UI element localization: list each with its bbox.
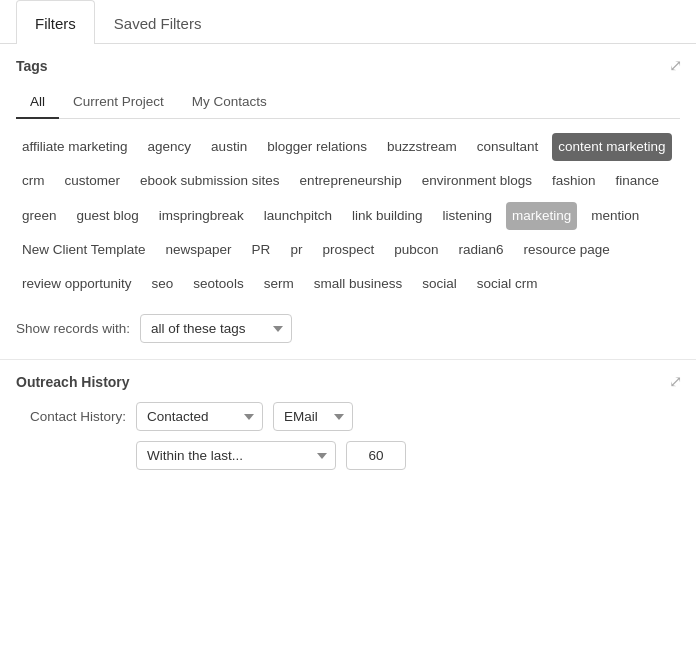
tag-seo[interactable]: seo bbox=[146, 270, 180, 298]
tag-fashion[interactable]: fashion bbox=[546, 167, 602, 195]
tag-listening[interactable]: listening bbox=[437, 202, 499, 230]
within-last-row: Within the last...More thanExactly bbox=[16, 441, 680, 470]
tab-saved-filters[interactable]: Saved Filters bbox=[95, 0, 221, 44]
tag-marketing[interactable]: marketing bbox=[506, 202, 577, 230]
tag-environment-blogs[interactable]: environment blogs bbox=[416, 167, 538, 195]
show-records-select[interactable]: all of these tagsany of these tagsnone o… bbox=[140, 314, 292, 343]
tag-review-opportunity[interactable]: review opportunity bbox=[16, 270, 138, 298]
tag-social[interactable]: social bbox=[416, 270, 463, 298]
top-tab-bar: Filters Saved Filters bbox=[0, 0, 696, 44]
tags-collapse-icon[interactable]: ⤢ bbox=[669, 58, 682, 74]
tag-buzzstream[interactable]: buzzstream bbox=[381, 133, 463, 161]
tags-section: Tags ⤢ All Current Project My Contacts a… bbox=[0, 44, 696, 360]
tag-small-business[interactable]: small business bbox=[308, 270, 409, 298]
tag-launchpitch[interactable]: launchpitch bbox=[258, 202, 338, 230]
tag-crm[interactable]: crm bbox=[16, 167, 51, 195]
tag-seotools[interactable]: seotools bbox=[187, 270, 249, 298]
tag-ebook-submission-sites[interactable]: ebook submission sites bbox=[134, 167, 286, 195]
tag-guest-blog[interactable]: guest blog bbox=[71, 202, 145, 230]
tag-radian6[interactable]: radian6 bbox=[452, 236, 509, 264]
tags-area: affiliate marketingagencyaustinblogger r… bbox=[16, 133, 680, 298]
tag-consultant[interactable]: consultant bbox=[471, 133, 545, 161]
contact-history-select[interactable]: ContactedNot Contacted bbox=[136, 402, 263, 431]
contact-history-label: Contact History: bbox=[16, 409, 126, 424]
tab-filters[interactable]: Filters bbox=[16, 0, 95, 44]
outreach-section: Outreach History ⤢ Contact History: Cont… bbox=[0, 360, 696, 500]
tag-blogger-relations[interactable]: blogger relations bbox=[261, 133, 373, 161]
tag-agency[interactable]: agency bbox=[142, 133, 198, 161]
tag-austin[interactable]: austin bbox=[205, 133, 253, 161]
tag-serm[interactable]: serm bbox=[258, 270, 300, 298]
tag-link-building[interactable]: link building bbox=[346, 202, 429, 230]
tag-customer[interactable]: customer bbox=[59, 167, 127, 195]
tag-entrepreneurship[interactable]: entrepreneurship bbox=[294, 167, 408, 195]
tags-section-title: Tags bbox=[16, 58, 680, 74]
sub-tab-current-project[interactable]: Current Project bbox=[59, 86, 178, 119]
outreach-collapse-icon[interactable]: ⤢ bbox=[669, 374, 682, 390]
show-records-label: Show records with: bbox=[16, 321, 130, 336]
tag-green[interactable]: green bbox=[16, 202, 63, 230]
tag-prospect[interactable]: prospect bbox=[316, 236, 380, 264]
show-records-row: Show records with: all of these tagsany … bbox=[16, 314, 680, 343]
outreach-section-title: Outreach History bbox=[16, 374, 680, 390]
days-input[interactable] bbox=[346, 441, 406, 470]
within-last-select[interactable]: Within the last...More thanExactly bbox=[136, 441, 336, 470]
contact-history-row: Contact History: ContactedNot Contacted … bbox=[16, 402, 680, 431]
tag-newspaper[interactable]: newspaper bbox=[160, 236, 238, 264]
tag-affiliate-marketing[interactable]: affiliate marketing bbox=[16, 133, 134, 161]
tag-new-client-template[interactable]: New Client Template bbox=[16, 236, 152, 264]
sub-tab-my-contacts[interactable]: My Contacts bbox=[178, 86, 281, 119]
contact-medium-select[interactable]: EMailPhoneSocialAny bbox=[273, 402, 353, 431]
tag-resource-page[interactable]: resource page bbox=[518, 236, 616, 264]
tag-pr[interactable]: pr bbox=[284, 236, 308, 264]
tag-sub-tab-bar: All Current Project My Contacts bbox=[16, 86, 680, 119]
tag-content-marketing[interactable]: content marketing bbox=[552, 133, 671, 161]
tag-social-crm[interactable]: social crm bbox=[471, 270, 544, 298]
tag-pubcon[interactable]: pubcon bbox=[388, 236, 444, 264]
tag-imspringbreak[interactable]: imspringbreak bbox=[153, 202, 250, 230]
tag-pr[interactable]: PR bbox=[246, 236, 277, 264]
tag-finance[interactable]: finance bbox=[610, 167, 666, 195]
sub-tab-all[interactable]: All bbox=[16, 86, 59, 119]
tag-mention[interactable]: mention bbox=[585, 202, 645, 230]
